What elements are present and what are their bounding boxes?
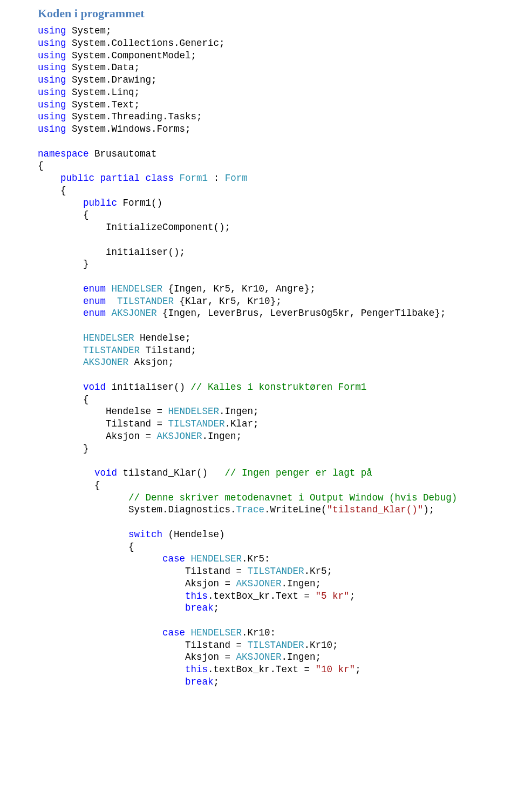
kw-break: break [185, 676, 214, 687]
kw-using: using [38, 75, 66, 85]
kw-public: public [83, 198, 117, 208]
kw-void: void [83, 382, 106, 393]
assign-left: Aksjon = [106, 431, 157, 442]
kw-this: this [185, 591, 208, 601]
c2l1t: TILSTANDER [248, 640, 304, 651]
ns8: System.Windows.Forms [72, 124, 185, 134]
c2l2b: .Ingen; [282, 652, 322, 662]
kw-enum: enum [83, 296, 106, 307]
ctor-name: Form1 [123, 198, 152, 208]
enum-tilstander: TILSTANDER [117, 296, 174, 307]
enum-hendelser: HENDELSER [112, 283, 163, 294]
comment-debug: // Denne skriver metodenavnet i Output W… [128, 492, 457, 503]
c1l1a: Tilstand = [185, 566, 248, 577]
namespace-name: Brusautomat [94, 148, 157, 159]
field-name: Tilstand [146, 345, 191, 356]
c1l1b: .Kr5; [304, 566, 333, 577]
kw-using: using [38, 111, 66, 122]
kw-using: using [38, 99, 66, 110]
kw-case: case [162, 553, 185, 564]
ns5: System.Linq [72, 87, 134, 98]
kw-enum: enum [83, 308, 106, 319]
assign-type: HENDELSER [168, 406, 220, 417]
case-member: .Kr5: [242, 553, 270, 564]
c2l3s: "10 kr" [316, 664, 356, 675]
ns7: System.Threading.Tasks [72, 111, 196, 122]
kw-namespace: namespace [38, 148, 89, 159]
trace-p4: ); [423, 504, 434, 515]
assign-type: TILSTANDER [168, 418, 225, 429]
kw-switch: switch [128, 529, 162, 540]
c1l3s: "5 kr" [316, 591, 350, 601]
c2l3b: ; [355, 664, 361, 675]
assign-right: .Ingen; [219, 406, 259, 417]
c2l2t: AKSJONER [236, 652, 282, 662]
field-name: Aksjon [134, 357, 168, 368]
kw-public: public [60, 173, 94, 184]
enum-hendelser-members: {Ingen, Kr5, Kr10, Angre} [168, 283, 310, 294]
assign-left: Hendelse = [106, 406, 168, 417]
kw-using: using [38, 62, 66, 73]
class-name: Form1 [180, 173, 208, 184]
kw-using: using [38, 25, 66, 36]
c2l1a: Tilstand = [185, 640, 248, 651]
c2l1b: .Kr10; [304, 640, 338, 651]
comment-ctor: // Kalles i konstruktøren Form1 [191, 382, 367, 393]
assign-type: AKSJONER [157, 431, 202, 442]
init-component: InitializeComponent [106, 222, 214, 233]
switch-var: (Hendelse) [168, 529, 225, 540]
ns6: System.Text [72, 99, 134, 110]
field-type: TILSTANDER [83, 345, 140, 356]
trace-p1: System.Diagnostics. [128, 504, 236, 515]
field-type: AKSJONER [83, 357, 128, 368]
kw-void: void [94, 468, 117, 478]
c1l1t: TILSTANDER [248, 566, 304, 577]
trace-p3: .WriteLine( [264, 504, 327, 515]
ns0: System [72, 25, 106, 36]
ns1: System.Collections.Generic [72, 38, 219, 49]
c2l2a: Aksjon = [185, 652, 236, 662]
assign-right: .Ingen; [202, 431, 242, 442]
enum-tilstander-members: {Klar, Kr5, Kr10} [180, 296, 276, 307]
base-class: Form [225, 173, 248, 184]
field-type: HENDELSER [83, 333, 134, 343]
field-name: Hendelse [140, 333, 185, 343]
kw-case: case [162, 627, 185, 638]
ns3: System.Data [72, 62, 134, 73]
trace-string: "tilstand_Klar()" [327, 504, 424, 515]
ns4: System.Drawing [72, 75, 151, 85]
c1l3b: ; [350, 591, 356, 601]
kw-enum: enum [83, 283, 106, 294]
kw-using: using [38, 50, 66, 61]
kw-break: break [185, 603, 214, 613]
enum-aksjoner-members: {Ingen, LeverBrus, LeverBrusOg5kr, Penge… [162, 308, 440, 319]
c1l2a: Aksjon = [185, 578, 236, 589]
kw-using: using [38, 124, 66, 134]
c2l3a: .textBox_kr.Text = [208, 664, 316, 675]
c1l2b: .Ingen; [282, 578, 322, 589]
c1l3a: .textBox_kr.Text = [208, 591, 316, 601]
initialiser-fn: initialiser [112, 382, 174, 393]
ns2: System.ComponentModel [72, 50, 191, 61]
kw-partial: partial [100, 173, 140, 184]
case-type: HENDELSER [191, 553, 242, 564]
case-type: HENDELSER [191, 627, 242, 638]
assign-right: .Klar; [225, 418, 259, 429]
kw-class: class [146, 173, 174, 184]
enum-aksjoner: AKSJONER [112, 308, 157, 319]
kw-using: using [38, 38, 66, 49]
section-heading: Koden i programmet [38, 6, 480, 21]
case-member: .Kr10: [242, 627, 276, 638]
assign-left: Tilstand = [106, 418, 168, 429]
comment-ingen-penger: // Ingen penger er lagt på [225, 468, 372, 478]
code-block: using System; using System.Collections.G… [38, 25, 480, 688]
tilstand-klar-fn: tilstand_Klar [123, 468, 197, 478]
initialiser-call: initialiser [106, 247, 168, 258]
trace-class: Trace [236, 504, 265, 515]
kw-this: this [185, 664, 208, 675]
c1l2t: AKSJONER [236, 578, 282, 589]
kw-using: using [38, 87, 66, 98]
